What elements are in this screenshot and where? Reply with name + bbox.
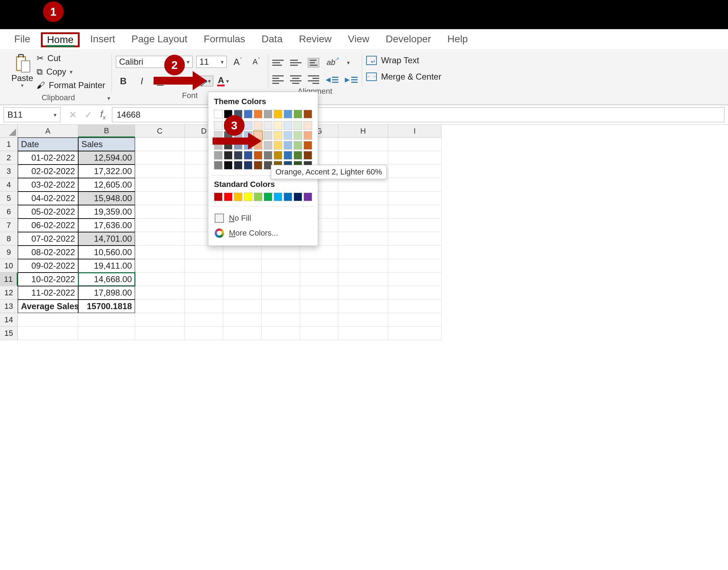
cell-G10[interactable]	[300, 259, 338, 273]
cell-E12[interactable]	[223, 286, 262, 300]
color-swatch[interactable]	[224, 161, 232, 170]
color-swatch[interactable]	[264, 141, 272, 150]
orientation-dropdown[interactable]: ▾	[347, 59, 350, 66]
cell-C7[interactable]	[135, 219, 185, 232]
row-header-10[interactable]: 10	[0, 259, 18, 273]
cell-F9[interactable]	[262, 246, 300, 259]
align-center-button[interactable]	[290, 75, 301, 84]
cell-I3[interactable]	[388, 165, 441, 178]
color-swatch[interactable]	[284, 193, 292, 201]
row-header-1[interactable]: 1	[0, 138, 18, 151]
insert-function-button[interactable]: fx	[100, 109, 106, 121]
tab-review[interactable]: Review	[293, 31, 337, 48]
cut-button[interactable]: ✂ Cut	[37, 53, 105, 63]
name-box[interactable]: B11 ▾	[4, 107, 60, 122]
color-swatch[interactable]	[214, 151, 223, 160]
cell-C2[interactable]	[135, 151, 185, 165]
cell-I14[interactable]	[388, 313, 441, 327]
color-swatch[interactable]	[264, 193, 272, 201]
align-top-button[interactable]	[272, 60, 284, 66]
row-header-2[interactable]: 2	[0, 151, 18, 165]
cell-I6[interactable]	[388, 205, 441, 219]
cell-B2[interactable]: 12,594.00	[78, 151, 135, 165]
cell-B15[interactable]	[78, 327, 135, 340]
tab-home[interactable]: Home	[43, 33, 78, 48]
color-swatch[interactable]	[244, 193, 252, 201]
row-header-6[interactable]: 6	[0, 205, 18, 219]
cell-F10[interactable]	[262, 259, 300, 273]
cell-B8[interactable]: 14,701.00	[78, 232, 135, 246]
cell-F15[interactable]	[262, 327, 300, 340]
cell-H2[interactable]	[338, 151, 388, 165]
tab-developer[interactable]: Developer	[380, 31, 437, 48]
color-swatch[interactable]	[304, 141, 312, 150]
row-header-12[interactable]: 12	[0, 286, 18, 300]
color-swatch[interactable]	[294, 193, 302, 201]
column-header-A[interactable]: A	[18, 125, 78, 138]
cell-B10[interactable]: 19,411.00	[78, 259, 135, 273]
cell-E9[interactable]	[223, 246, 262, 259]
cell-D10[interactable]	[185, 259, 223, 273]
row-header-5[interactable]: 5	[0, 192, 18, 205]
tab-insert[interactable]: Insert	[85, 31, 121, 48]
cell-H1[interactable]	[338, 138, 388, 151]
color-swatch[interactable]	[244, 161, 252, 170]
color-swatch[interactable]	[304, 121, 312, 130]
cell-H6[interactable]	[338, 205, 388, 219]
color-swatch[interactable]	[264, 121, 272, 130]
color-swatch[interactable]	[254, 121, 262, 130]
cell-E11[interactable]	[223, 273, 262, 286]
cell-D15[interactable]	[185, 327, 223, 340]
cell-F12[interactable]	[262, 286, 300, 300]
wrap-text-button[interactable]: Wrap Text	[366, 55, 441, 65]
cell-C4[interactable]	[135, 178, 185, 192]
cell-A3[interactable]: 02-02-2022	[18, 165, 78, 178]
increase-font-size-button[interactable]: A˄	[230, 55, 245, 69]
cell-F11[interactable]	[262, 273, 300, 286]
cell-D14[interactable]	[185, 313, 223, 327]
cell-B9[interactable]: 10,560.00	[78, 246, 135, 259]
cell-A11[interactable]: 10-02-2022	[18, 273, 78, 286]
row-header-14[interactable]: 14	[0, 313, 18, 327]
paste-button[interactable]: Paste	[11, 73, 33, 83]
color-swatch[interactable]	[284, 151, 292, 160]
cell-H13[interactable]	[338, 300, 388, 313]
cell-G15[interactable]	[300, 327, 338, 340]
cell-H8[interactable]	[338, 232, 388, 246]
cell-B13[interactable]: 15700.1818	[78, 300, 135, 313]
cell-B3[interactable]: 17,322.00	[78, 165, 135, 178]
cell-A10[interactable]: 09-02-2022	[18, 259, 78, 273]
font-size-combo[interactable]: 11 ▾	[196, 56, 227, 68]
cell-G14[interactable]	[300, 313, 338, 327]
cell-D13[interactable]	[185, 300, 223, 313]
color-swatch[interactable]	[294, 110, 302, 118]
cell-B4[interactable]: 12,605.00	[78, 178, 135, 192]
tab-page-layout[interactable]: Page Layout	[126, 31, 193, 48]
color-swatch[interactable]	[284, 131, 292, 140]
cell-I10[interactable]	[388, 259, 441, 273]
cell-A9[interactable]: 08-02-2022	[18, 246, 78, 259]
color-swatch[interactable]	[224, 193, 232, 201]
no-fill-option[interactable]: No Fill	[214, 211, 312, 226]
cell-C5[interactable]	[135, 192, 185, 205]
format-painter-button[interactable]: 🖌 Format Painter	[37, 80, 105, 90]
color-swatch[interactable]	[294, 151, 302, 160]
tab-help[interactable]: Help	[442, 31, 474, 48]
column-header-I[interactable]: I	[388, 125, 441, 138]
align-middle-button[interactable]	[290, 60, 301, 66]
cell-I13[interactable]	[388, 300, 441, 313]
color-swatch[interactable]	[274, 193, 282, 201]
color-swatch[interactable]	[234, 193, 242, 201]
color-swatch[interactable]	[244, 151, 252, 160]
color-swatch[interactable]	[274, 141, 282, 150]
increase-indent-button[interactable]: ▶	[345, 76, 358, 84]
color-swatch[interactable]	[294, 141, 302, 150]
cell-B11[interactable]: 14,668.00	[78, 273, 135, 286]
cell-I15[interactable]	[388, 327, 441, 340]
cell-C1[interactable]	[135, 138, 185, 151]
color-swatch[interactable]	[274, 151, 282, 160]
column-header-B[interactable]: B	[78, 125, 135, 138]
cell-C9[interactable]	[135, 246, 185, 259]
cell-B6[interactable]: 19,359.00	[78, 205, 135, 219]
color-swatch[interactable]	[284, 110, 292, 118]
